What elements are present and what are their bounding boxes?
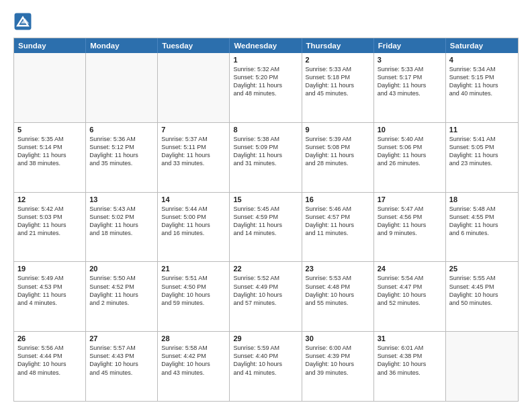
day-number: 5 — [17, 126, 82, 134]
cell-text: Sunrise: 5:59 AM Sunset: 4:40 PM Dayligh… — [233, 344, 298, 377]
cell-text: Sunrise: 5:32 AM Sunset: 5:20 PM Dayligh… — [233, 65, 298, 98]
calendar-cell: 31Sunrise: 6:01 AM Sunset: 4:38 PM Dayli… — [374, 332, 446, 401]
day-number: 23 — [306, 265, 370, 273]
day-number: 26 — [17, 334, 82, 342]
calendar-row: 5Sunrise: 5:35 AM Sunset: 5:14 PM Daylig… — [14, 122, 518, 192]
cell-text: Sunrise: 5:48 AM Sunset: 4:55 PM Dayligh… — [449, 205, 515, 238]
calendar-cell: 21Sunrise: 5:51 AM Sunset: 4:50 PM Dayli… — [158, 262, 230, 331]
day-number: 10 — [378, 126, 442, 134]
calendar-cell: 15Sunrise: 5:45 AM Sunset: 4:59 PM Dayli… — [230, 193, 302, 262]
calendar-cell: 3Sunrise: 5:33 AM Sunset: 5:17 PM Daylig… — [374, 53, 446, 122]
cell-text: Sunrise: 5:34 AM Sunset: 5:15 PM Dayligh… — [449, 65, 515, 98]
day-number: 28 — [161, 334, 226, 342]
cell-text: Sunrise: 5:54 AM Sunset: 4:47 PM Dayligh… — [378, 274, 442, 307]
calendar-cell: 23Sunrise: 5:53 AM Sunset: 4:48 PM Dayli… — [302, 262, 374, 331]
cell-text: Sunrise: 5:39 AM Sunset: 5:08 PM Dayligh… — [306, 135, 370, 168]
calendar-cell: 19Sunrise: 5:49 AM Sunset: 4:53 PM Dayli… — [14, 262, 86, 331]
calendar: SundayMondayTuesdayWednesdayThursdayFrid… — [13, 38, 519, 402]
day-number: 6 — [89, 126, 154, 134]
calendar-header-cell: Monday — [86, 38, 158, 53]
cell-text: Sunrise: 5:56 AM Sunset: 4:44 PM Dayligh… — [17, 344, 82, 377]
day-number: 1 — [233, 56, 298, 64]
calendar-cell: 6Sunrise: 5:36 AM Sunset: 5:12 PM Daylig… — [86, 123, 158, 192]
logo-icon — [13, 12, 32, 31]
calendar-cell: 24Sunrise: 5:54 AM Sunset: 4:47 PM Dayli… — [374, 262, 446, 331]
calendar-row: 12Sunrise: 5:42 AM Sunset: 5:03 PM Dayli… — [14, 192, 518, 262]
calendar-cell: 18Sunrise: 5:48 AM Sunset: 4:55 PM Dayli… — [446, 193, 518, 262]
calendar-row: 19Sunrise: 5:49 AM Sunset: 4:53 PM Dayli… — [14, 261, 518, 331]
day-number: 4 — [449, 56, 515, 64]
calendar-cell: 14Sunrise: 5:44 AM Sunset: 5:00 PM Dayli… — [158, 193, 230, 262]
calendar-cell: 26Sunrise: 5:56 AM Sunset: 4:44 PM Dayli… — [14, 332, 86, 401]
calendar-cell: 13Sunrise: 5:43 AM Sunset: 5:02 PM Dayli… — [86, 193, 158, 262]
day-number: 14 — [161, 195, 226, 203]
cell-text: Sunrise: 5:36 AM Sunset: 5:12 PM Dayligh… — [89, 135, 154, 168]
calendar-header-cell: Wednesday — [230, 38, 302, 53]
day-number: 21 — [161, 265, 226, 273]
calendar-header-cell: Sunday — [14, 38, 86, 53]
day-number: 16 — [306, 195, 370, 203]
day-number: 18 — [449, 195, 515, 203]
cell-text: Sunrise: 5:33 AM Sunset: 5:18 PM Dayligh… — [306, 65, 370, 98]
logo — [13, 12, 35, 31]
calendar-header-cell: Thursday — [302, 38, 374, 53]
calendar-cell: 16Sunrise: 5:46 AM Sunset: 4:57 PM Dayli… — [302, 193, 374, 262]
cell-text: Sunrise: 5:58 AM Sunset: 4:42 PM Dayligh… — [161, 344, 226, 377]
day-number: 22 — [233, 265, 298, 273]
calendar-header-cell: Friday — [374, 38, 446, 53]
header — [13, 12, 519, 31]
cell-text: Sunrise: 5:40 AM Sunset: 5:06 PM Dayligh… — [378, 135, 442, 168]
calendar-cell: 20Sunrise: 5:50 AM Sunset: 4:52 PM Dayli… — [86, 262, 158, 331]
calendar-cell — [446, 332, 518, 401]
calendar-cell: 30Sunrise: 6:00 AM Sunset: 4:39 PM Dayli… — [302, 332, 374, 401]
calendar-cell: 28Sunrise: 5:58 AM Sunset: 4:42 PM Dayli… — [158, 332, 230, 401]
day-number: 24 — [378, 265, 442, 273]
cell-text: Sunrise: 5:51 AM Sunset: 4:50 PM Dayligh… — [161, 274, 226, 307]
calendar-cell — [158, 53, 230, 122]
day-number: 27 — [89, 334, 154, 342]
cell-text: Sunrise: 5:52 AM Sunset: 4:49 PM Dayligh… — [233, 274, 298, 307]
day-number: 19 — [17, 265, 82, 273]
calendar-header-cell: Tuesday — [158, 38, 230, 53]
cell-text: Sunrise: 5:53 AM Sunset: 4:48 PM Dayligh… — [306, 274, 370, 307]
cell-text: Sunrise: 5:49 AM Sunset: 4:53 PM Dayligh… — [17, 274, 82, 307]
calendar-cell — [86, 53, 158, 122]
calendar-cell: 17Sunrise: 5:47 AM Sunset: 4:56 PM Dayli… — [374, 193, 446, 262]
day-number: 25 — [449, 265, 515, 273]
day-number: 9 — [306, 126, 370, 134]
calendar-cell: 27Sunrise: 5:57 AM Sunset: 4:43 PM Dayli… — [86, 332, 158, 401]
calendar-body: 1Sunrise: 5:32 AM Sunset: 5:20 PM Daylig… — [14, 53, 518, 401]
calendar-cell: 5Sunrise: 5:35 AM Sunset: 5:14 PM Daylig… — [14, 123, 86, 192]
page: SundayMondayTuesdayWednesdayThursdayFrid… — [0, 0, 532, 411]
calendar-cell: 10Sunrise: 5:40 AM Sunset: 5:06 PM Dayli… — [374, 123, 446, 192]
cell-text: Sunrise: 5:33 AM Sunset: 5:17 PM Dayligh… — [378, 65, 442, 98]
calendar-cell: 8Sunrise: 5:38 AM Sunset: 5:09 PM Daylig… — [230, 123, 302, 192]
calendar-cell: 11Sunrise: 5:41 AM Sunset: 5:05 PM Dayli… — [446, 123, 518, 192]
cell-text: Sunrise: 5:47 AM Sunset: 4:56 PM Dayligh… — [378, 205, 442, 238]
cell-text: Sunrise: 5:50 AM Sunset: 4:52 PM Dayligh… — [89, 274, 154, 307]
day-number: 12 — [17, 195, 82, 203]
calendar-cell: 7Sunrise: 5:37 AM Sunset: 5:11 PM Daylig… — [158, 123, 230, 192]
calendar-header-row: SundayMondayTuesdayWednesdayThursdayFrid… — [14, 38, 518, 53]
cell-text: Sunrise: 5:38 AM Sunset: 5:09 PM Dayligh… — [233, 135, 298, 168]
calendar-cell: 1Sunrise: 5:32 AM Sunset: 5:20 PM Daylig… — [230, 53, 302, 122]
cell-text: Sunrise: 5:44 AM Sunset: 5:00 PM Dayligh… — [161, 205, 226, 238]
cell-text: Sunrise: 5:45 AM Sunset: 4:59 PM Dayligh… — [233, 205, 298, 238]
day-number: 20 — [89, 265, 154, 273]
calendar-cell: 9Sunrise: 5:39 AM Sunset: 5:08 PM Daylig… — [302, 123, 374, 192]
cell-text: Sunrise: 5:43 AM Sunset: 5:02 PM Dayligh… — [89, 205, 154, 238]
cell-text: Sunrise: 5:57 AM Sunset: 4:43 PM Dayligh… — [89, 344, 154, 377]
day-number: 29 — [233, 334, 298, 342]
cell-text: Sunrise: 5:35 AM Sunset: 5:14 PM Dayligh… — [17, 135, 82, 168]
day-number: 15 — [233, 195, 298, 203]
calendar-cell — [14, 53, 86, 122]
day-number: 30 — [306, 334, 370, 342]
calendar-cell: 25Sunrise: 5:55 AM Sunset: 4:45 PM Dayli… — [446, 262, 518, 331]
cell-text: Sunrise: 5:42 AM Sunset: 5:03 PM Dayligh… — [17, 205, 82, 238]
day-number: 7 — [161, 126, 226, 134]
calendar-cell: 4Sunrise: 5:34 AM Sunset: 5:15 PM Daylig… — [446, 53, 518, 122]
day-number: 2 — [306, 56, 370, 64]
day-number: 31 — [378, 334, 442, 342]
calendar-row: 26Sunrise: 5:56 AM Sunset: 4:44 PM Dayli… — [14, 331, 518, 401]
day-number: 8 — [233, 126, 298, 134]
